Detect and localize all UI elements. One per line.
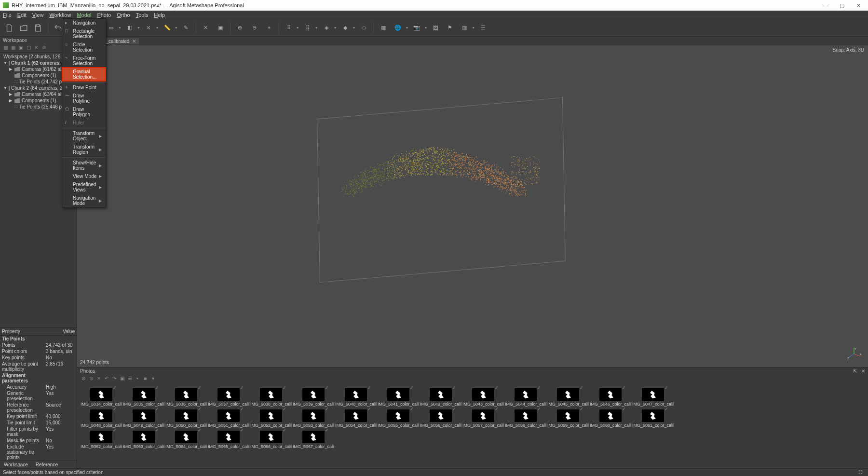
menu-photo[interactable]: Photo [97,12,111,18]
show-region-icon[interactable]: ☰ [477,22,489,34]
photo-thumbnail[interactable]: ✓ IMG_5050_color_calibrated [165,407,207,428]
photo-thumbnail[interactable]: ✓ IMG_5043_color_calibrated [462,385,504,407]
zoom-out-icon[interactable]: ⊖ [248,22,261,34]
crop-icon[interactable]: ▣ [214,22,227,34]
photo-thumbnail[interactable]: ✓ IMG_5060_color_calibrated [589,407,632,428]
view-points-icon[interactable]: ⠿ [283,22,295,34]
photo-thumbnail[interactable]: ✓ IMG_5037_color_calibrated [207,385,250,407]
window-close[interactable]: ✕ [852,2,865,9]
photos-large-icon[interactable]: ■ [142,376,149,382]
menu-file[interactable]: File [3,12,12,18]
checkbox-icon[interactable] [9,86,10,91]
show-markers-icon[interactable]: ⚑ [444,22,456,34]
show-aligned-icon[interactable]: ▦ [377,22,390,34]
photo-thumbnail[interactable]: ✓ IMG_5064_color_calibrated [165,428,207,449]
ws-add-photos-icon[interactable]: ▦ [10,45,16,52]
menu-item[interactable]: ⬠Draw Polygon [62,105,106,119]
photo-thumbnail[interactable]: ✓ IMG_5066_color_calibrated [250,428,292,449]
menu-item[interactable]: View Mode▶ [62,172,106,180]
view-confidence-icon[interactable]: ⬭ [357,22,370,34]
reset-view-icon[interactable]: ⌖ [263,22,275,34]
photos-undock-icon[interactable]: ⇱ [853,368,857,374]
photo-thumbnail[interactable]: ✓ IMG_5067_color_calibrated [292,428,335,449]
photos-rotate-l-icon[interactable]: ↶ [103,376,110,382]
photo-thumbnail[interactable]: ✓ IMG_5053_color_calibrated [292,407,335,428]
ws-remove-icon[interactable]: ✕ [33,45,40,52]
ws-add-chunk-icon[interactable]: ▧ [2,45,9,52]
show-cameras-icon[interactable]: 📷 [410,22,423,34]
photos-enable-icon[interactable]: ⊙ [88,376,95,382]
photo-thumbnail[interactable]: ✓ IMG_5042_color_calibrated [420,385,462,407]
photos-remove-icon[interactable]: ✕ [95,376,102,382]
open-icon[interactable] [17,22,30,34]
menu-item[interactable]: ~Free-Form Selection [62,54,106,68]
menu-item[interactable]: +Draw Point [62,83,106,92]
photo-thumbnail[interactable]: ✓ IMG_5036_color_calibrated [165,385,207,407]
show-shapes-icon[interactable]: ▥ [458,22,471,34]
photo-thumbnail[interactable]: ✓ IMG_5048_color_calibrated [80,407,122,428]
show-basemap-icon[interactable]: 🌐 [392,22,404,34]
menu-item[interactable]: Show/Hide Items▶ [62,159,106,172]
menu-tools[interactable]: Tools [136,12,149,18]
status-jobs-icon[interactable]: ☷ [858,469,865,476]
photo-thumbnail[interactable]: ✓ IMG_5039_color_calibrated [292,385,335,407]
photo-thumbnail[interactable]: ✓ IMG_5034_color_calibrated [80,385,122,407]
photo-thumbnail[interactable]: ✓ IMG_5055_color_calibrated [377,407,420,428]
view-tiled-icon[interactable]: ◆ [339,22,352,34]
menu-item[interactable]: ▸Navigation [62,19,106,27]
photo-thumbnail[interactable]: ✓ IMG_5046_color_calibrated [589,385,632,407]
menu-item[interactable]: □Rectangle Selection [62,27,106,41]
ws-disable-icon[interactable]: ▢ [25,45,32,52]
ws-enable-icon[interactable]: ▣ [17,45,24,52]
photo-thumbnail[interactable]: ✓ IMG_5045_color_calibrated [547,385,589,407]
ruler-icon[interactable]: 📏 [161,22,174,34]
zoom-in-icon[interactable]: ⊕ [234,22,246,34]
3d-canvas[interactable]: Snap: Axis, 3D 24,742 points X Y Z [77,45,868,367]
photo-thumbnail[interactable]: ✓ IMG_5057_color_calibrated [462,407,504,428]
photo-thumbnail[interactable]: ✓ IMG_5049_color_calibrated [122,407,165,428]
menu-item[interactable]: Predefined Views▶ [62,180,106,194]
rect-select-icon[interactable]: ▭ [105,22,117,34]
menu-item[interactable]: ○Circle Selection [62,41,106,54]
ws-settings-icon[interactable]: ⚙ [41,45,47,52]
menu-item[interactable]: Transform Region▶ [62,143,106,156]
menu-item[interactable]: /Ruler [62,119,106,127]
photo-thumbnail[interactable]: ✓ IMG_5052_color_calibrated [250,407,292,428]
menu-item[interactable]: Transform Object▶ [62,129,106,143]
photo-thumbnail[interactable]: ✓ IMG_5062_color_calibrated [80,428,122,449]
photos-small-icon[interactable]: ▪ [134,376,141,382]
save-icon[interactable] [32,22,44,34]
tab-reference[interactable]: Reference [32,461,62,468]
photo-thumbnail[interactable]: ✓ IMG_5040_color_calibrated [335,385,377,407]
menu-help[interactable]: Help [154,12,165,18]
menu-edit[interactable]: Edit [17,12,27,18]
tab-workspace[interactable]: Workspace [0,461,32,468]
photos-details-icon[interactable]: ☰ [126,376,133,382]
photo-thumbnail[interactable]: ✓ IMG_5035_color_calibrated [122,385,165,407]
show-thumbnails-icon[interactable]: 🖼 [429,22,442,34]
photo-thumbnail[interactable]: ✓ IMG_5063_color_calibrated [122,428,165,449]
photo-thumbnail[interactable]: ✓ IMG_5065_color_calibrated [207,428,250,449]
region-icon[interactable]: ◧ [123,22,136,34]
menu-item[interactable]: Gradual Selection... [62,67,106,82]
photo-thumbnail[interactable]: ✓ IMG_5061_color_calibrated [632,407,674,428]
menu-item[interactable]: ⁓Draw Polyline [62,92,106,105]
photo-thumbnail[interactable]: ✓ IMG_5058_color_calibrated [504,407,547,428]
window-minimize[interactable]: — [819,2,832,9]
photos-filter-icon[interactable]: ▾ [149,376,156,382]
photo-thumbnail[interactable]: ✓ IMG_5047_color_calibrated [632,385,674,407]
delete-icon[interactable]: ✕ [200,22,212,34]
photo-thumbnail[interactable]: ✓ IMG_5051_color_calibrated [207,407,250,428]
menu-view[interactable]: View [32,12,44,18]
close-icon[interactable]: ✕ [132,39,136,44]
window-maximize[interactable]: ▢ [835,2,849,9]
checkbox-icon[interactable] [9,61,10,66]
photo-thumbnail[interactable]: ✓ IMG_5056_color_calibrated [420,407,462,428]
photo-thumbnail[interactable]: ✓ IMG_5059_color_calibrated [547,407,589,428]
view-model-icon[interactable]: ◈ [320,22,333,34]
photos-disable-icon[interactable]: ⊘ [80,376,87,382]
menu-workflow[interactable]: Workflow [49,12,71,18]
photo-thumbnail[interactable]: ✓ IMG_5054_color_calibrated [335,407,377,428]
photos-rotate-r-icon[interactable]: ↷ [111,376,118,382]
menu-ortho[interactable]: Ortho [117,12,130,18]
